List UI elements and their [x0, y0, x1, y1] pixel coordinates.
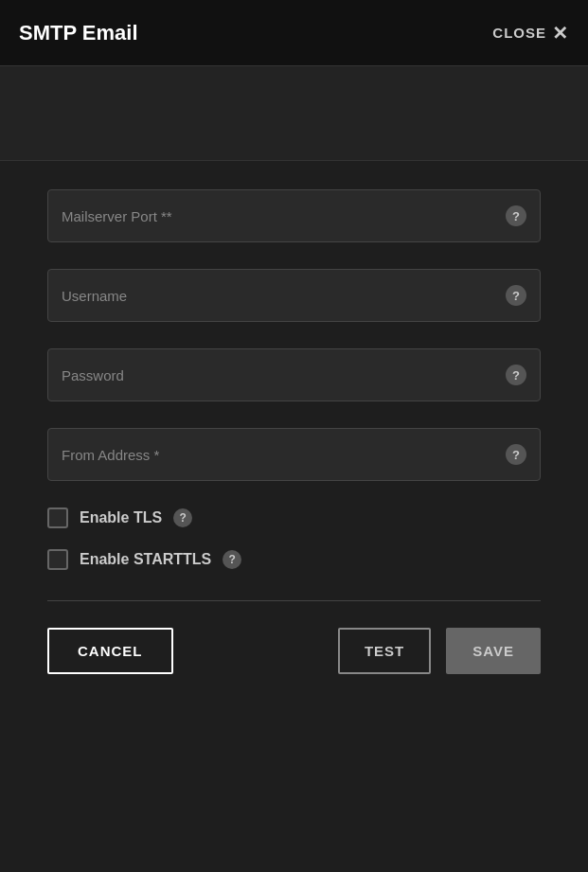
mailserver-port-help-icon[interactable]: ?: [506, 205, 526, 226]
modal-body: ? ? ?: [0, 161, 588, 872]
username-input[interactable]: [62, 288, 496, 304]
enable-starttls-help-icon[interactable]: ?: [223, 550, 241, 569]
enable-starttls-label: Enable STARTTLS: [80, 551, 211, 568]
test-button[interactable]: TEST: [338, 628, 431, 674]
close-button[interactable]: CLOSE ✕: [492, 22, 569, 44]
modal-title: SMTP Email: [19, 21, 138, 45]
enable-tls-checkbox[interactable]: [47, 507, 68, 528]
enable-starttls-checkbox[interactable]: [47, 549, 68, 570]
smtp-email-modal: SMTP Email CLOSE ✕ ? ?: [0, 0, 588, 872]
mailserver-port-group: ?: [47, 189, 541, 242]
action-row: CANCEL TEST SAVE: [47, 628, 541, 674]
mailserver-port-input[interactable]: [62, 208, 496, 224]
username-group: ?: [47, 269, 541, 322]
enable-tls-label: Enable TLS: [80, 509, 162, 526]
from-address-group: ?: [47, 428, 541, 481]
close-label: CLOSE: [492, 25, 546, 41]
modal-header: SMTP Email CLOSE ✕: [0, 0, 588, 66]
enable-tls-help-icon[interactable]: ?: [173, 508, 192, 527]
enable-starttls-group: Enable STARTTLS ?: [47, 549, 541, 570]
scroll-area-top: [0, 66, 588, 161]
username-input-row: ?: [47, 269, 541, 322]
from-address-input[interactable]: [62, 447, 496, 463]
enable-tls-group: Enable TLS ?: [47, 507, 541, 528]
action-divider: [47, 600, 541, 601]
cancel-button[interactable]: CANCEL: [47, 628, 173, 674]
username-help-icon[interactable]: ?: [506, 285, 526, 306]
password-input-row: ?: [47, 348, 541, 401]
from-address-input-row: ?: [47, 428, 541, 481]
save-button[interactable]: SAVE: [446, 628, 541, 674]
mailserver-port-input-row: ?: [47, 189, 541, 242]
close-icon: ✕: [552, 22, 569, 44]
password-help-icon[interactable]: ?: [506, 365, 526, 385]
from-address-help-icon[interactable]: ?: [506, 444, 526, 465]
password-input[interactable]: [62, 367, 496, 383]
password-group: ?: [47, 348, 541, 401]
